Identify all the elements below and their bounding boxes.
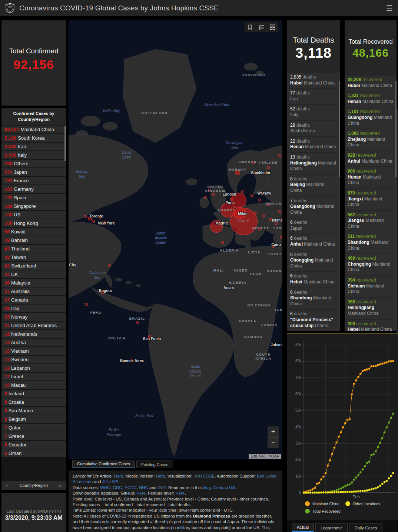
death-list-item[interactable]: 6 deaths Shandong Mainland China [287,288,340,309]
recovered-list-item[interactable]: 928 recovered Anhui Mainland China [345,151,397,166]
case-marker[interactable] [204,196,207,199]
case-marker[interactable] [234,207,246,219]
death-list-item[interactable]: 77 deaths Iran [287,89,340,104]
country-list-item[interactable]: 8 Belgium [1,415,66,423]
pager-prev-icon[interactable]: ◁ [1,483,12,488]
country-list-item[interactable]: 25 Norway [1,313,66,321]
world-map[interactable]: SVALBARD Greenland Sea GREENLAND Baffin … [69,20,282,459]
recovered-list-item[interactable]: 906 recovered Hunan Mainland China [345,167,397,188]
legend-item[interactable]: Mainland China [305,501,339,506]
case-marker[interactable] [254,212,257,215]
case-marker[interactable] [85,303,88,306]
country-list-item[interactable]: 2,336 Iran [1,143,66,150]
recovered-list-item[interactable]: 469 recovered Chongqing Mainland China [345,254,397,275]
chart-tab[interactable]: Logarithmic [315,523,348,532]
inline-link[interactable]: CDC [113,485,122,490]
recovered-list-item[interactable]: 870 recovered Jiangxi Mainland China [345,189,397,210]
country-list-item[interactable]: 7 Greece [1,432,66,440]
country-list-item[interactable]: 5,186 South Korea [1,134,66,142]
country-list-item[interactable]: 105 US [1,211,66,219]
inline-link[interactable]: DXY [157,485,166,490]
case-marker[interactable] [101,291,104,294]
death-list-item[interactable]: 13 deaths Heilongjiang Mainland China [287,153,340,174]
country-list-item[interactable]: 42 Taiwan [1,253,66,261]
country-list-item[interactable]: 21 United Arab Emirates [1,322,66,329]
chart-tab[interactable]: Daily Cases [349,523,382,532]
zoom-in-button[interactable]: + [268,426,279,437]
case-marker[interactable] [278,154,281,157]
country-list-scroll-thumb[interactable] [64,126,66,161]
case-marker[interactable] [235,170,240,175]
case-marker[interactable] [208,189,211,192]
case-marker[interactable] [92,220,95,223]
inline-link[interactable]: NHC [139,485,148,490]
country-list-item[interactable]: 12 Israel [1,373,66,380]
death-list-item[interactable]: 6 deaths "Diamond Princess" cruise ship … [287,310,340,331]
chart-plot-area[interactable]: 010k20k30k40k50k60k70k80k90kFeb [287,334,398,500]
country-list-item[interactable]: 6 Ecuador [1,441,66,449]
country-list-item[interactable]: 43 Thailand [1,245,66,253]
inline-link[interactable]: Here [175,491,185,495]
inline-link[interactable]: Contact US [213,485,235,490]
recovered-list-item[interactable]: 1,093 recovered Zhejiang Mainland China [345,129,397,150]
recovered-list-item[interactable]: 1,101 recovered Guangdong Mainland China [345,107,397,129]
inline-link[interactable]: Here [156,474,165,478]
case-marker[interactable] [130,359,133,362]
death-list-item[interactable]: 8 deaths Beijing Mainland China [287,175,340,196]
death-list-item[interactable]: 22 deaths Henan Mainland China [287,137,340,152]
country-list-item[interactable]: 10 Macau [1,381,66,389]
case-marker[interactable] [280,236,282,239]
country-list-item[interactable]: 9 Iceland [1,390,66,398]
case-marker[interactable] [256,172,259,174]
death-list-item[interactable]: 52 deaths Italy [287,105,340,120]
case-marker[interactable] [103,221,106,225]
death-list-item[interactable]: 6 deaths Japan [287,218,340,233]
case-marker[interactable] [84,215,87,218]
case-marker[interactable] [108,264,111,267]
recovered-list-item[interactable]: 562 recovered Jiangsu Mainland China [345,211,397,232]
case-marker[interactable] [275,222,278,225]
case-marker[interactable] [267,203,270,206]
case-marker[interactable] [251,194,253,197]
legend-item[interactable]: Other Locations [345,501,380,506]
deaths-scroll-thumb[interactable] [339,81,340,177]
country-list-item[interactable]: 18 Austria [1,339,66,346]
country-list-item[interactable]: 274 Japan [1,168,66,176]
inline-link[interactable]: ECDC [125,485,137,490]
case-marker[interactable] [136,321,139,324]
country-list-item[interactable]: 120 Spain [1,194,66,202]
bookmark-icon[interactable] [245,22,256,32]
country-list-item[interactable]: 2,036 Italy [1,151,66,159]
death-list-item[interactable]: 6 deaths Hebei Mainland China [287,272,340,287]
country-list-item[interactable]: 165 Germany [1,185,66,193]
recovered-list-item[interactable]: 366 recovered Heilongjiang Mainland Chin… [345,298,397,319]
case-marker[interactable] [221,241,224,244]
inline-link[interactable]: JHU CSSE [193,474,215,478]
inline-link[interactable]: Here [136,491,146,495]
recovered-list-item[interactable]: 300 recovered Hebei Mainland China [345,320,397,331]
case-marker[interactable] [269,218,272,221]
case-marker[interactable] [262,215,265,217]
case-marker[interactable] [252,161,255,164]
case-marker[interactable] [278,210,281,213]
case-marker[interactable] [258,227,261,230]
death-list-item[interactable]: 6 deaths Chongqing Mainland China [287,250,340,272]
case-marker[interactable] [272,245,275,248]
zoom-out-button[interactable]: − [268,437,279,448]
basemap-icon[interactable] [267,22,278,32]
country-list-item[interactable]: 26 Iraq [1,305,66,312]
case-marker[interactable] [258,199,261,202]
recovered-list-item[interactable]: 511 recovered Shandong Mainland China [345,232,397,253]
case-marker[interactable] [230,198,233,201]
recovered-list-item[interactable]: 394 recovered Sichuan Mainland China [345,276,397,297]
death-list-item[interactable]: 2,835 deaths Hubei Mainland China [287,73,340,88]
pager-next-icon[interactable]: ▷ [56,483,66,488]
case-marker[interactable] [220,203,235,217]
legend-item[interactable]: Total Recovered [305,509,341,513]
country-list-item[interactable]: 31 Australia [1,287,66,295]
country-list-item[interactable]: 27 Canada [1,296,66,304]
death-list-item[interactable]: 28 deaths South Korea [287,121,340,136]
country-list-item[interactable]: 80,151 Mainland China [1,126,66,133]
case-marker[interactable] [88,217,92,220]
case-marker[interactable] [210,220,223,233]
